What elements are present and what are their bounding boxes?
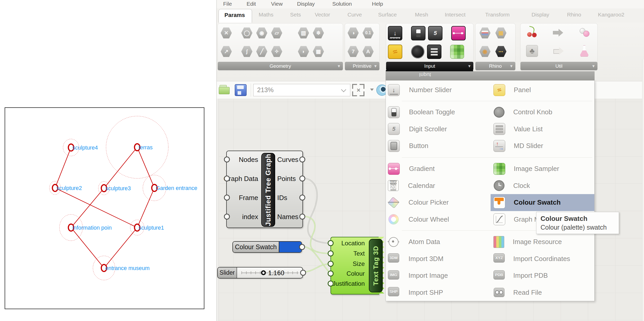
group-label-util[interactable]: Util▼: [520, 62, 597, 70]
tab-rhino[interactable]: Rhino: [567, 12, 581, 18]
menu-item-image-resource[interactable]: Image Resource: [491, 233, 594, 250]
tab-maths[interactable]: Maths: [259, 12, 273, 18]
menu-item-image-sampler[interactable]: Image Sampler: [491, 160, 594, 177]
circle-param-icon[interactable]: ◯: [241, 27, 253, 39]
tab-surface[interactable]: Surface: [378, 12, 397, 18]
panel-icon[interactable]: ≈: [388, 45, 402, 59]
value-list-icon[interactable]: [427, 45, 441, 59]
port-swatch-out[interactable]: [299, 244, 305, 250]
tab-display[interactable]: Display: [532, 12, 549, 18]
menu-item-md-slider[interactable]: ↑→ MD Slider: [491, 137, 594, 154]
geometry-generic-icon[interactable]: ✕: [220, 27, 232, 39]
menu-file[interactable]: File: [223, 1, 232, 7]
menu-edit[interactable]: Edit: [247, 1, 256, 7]
patch-param-icon[interactable]: ▦: [312, 46, 324, 57]
save-file-icon[interactable]: [235, 84, 247, 96]
port-ids[interactable]: [299, 195, 305, 201]
menu-display[interactable]: Display: [297, 1, 315, 7]
slider-component[interactable]: Slider 1.160: [217, 267, 303, 279]
boolean-toggle-icon[interactable]: [411, 26, 425, 40]
port-index[interactable]: [224, 214, 230, 220]
port-curves[interactable]: [299, 157, 305, 162]
port-names[interactable]: [299, 214, 305, 220]
spiral-icon[interactable]: ◉: [479, 46, 491, 57]
menu-item-gradient[interactable]: Gradient: [386, 160, 491, 177]
open-file-icon[interactable]: [219, 85, 230, 95]
port-frame[interactable]: [224, 195, 230, 201]
menu-solution[interactable]: Solution: [332, 1, 352, 7]
tab-kangaroo2[interactable]: Kangaroo2: [598, 12, 624, 18]
port-location[interactable]: [328, 240, 334, 246]
cake-icon[interactable]: [479, 27, 491, 39]
menu-item-import-image[interactable]: IMG Import Image: [386, 267, 491, 284]
menu-item-colour-wheel[interactable]: Colour Wheel: [386, 211, 491, 228]
menu-item-boolean-toggle[interactable]: Boolean Toggle: [386, 104, 491, 121]
group-label-input[interactable]: Input▼: [386, 62, 473, 70]
port-slider-out[interactable]: [300, 270, 306, 276]
display-panel-icon[interactable]: ▪▪▪: [495, 46, 507, 57]
integer-param-icon[interactable]: 7: [347, 46, 359, 57]
data-dam-icon[interactable]: [579, 27, 590, 38]
point-param-icon[interactable]: ✧: [271, 46, 283, 57]
slider-handle[interactable]: [261, 270, 266, 275]
text-param-icon[interactable]: A: [362, 46, 374, 57]
number-param-icon[interactable]: 0.1: [362, 27, 374, 39]
boolean-param-icon[interactable]: ◑: [347, 27, 359, 39]
curve-param-icon[interactable]: ◉: [256, 27, 268, 39]
relay-icon[interactable]: [553, 29, 564, 37]
mesh-param-icon[interactable]: ❄: [312, 27, 324, 39]
mesh-sphere-icon[interactable]: ▦: [495, 27, 507, 39]
menu-item-clock[interactable]: Clock: [491, 177, 594, 194]
menu-item-calendar[interactable]: AUG20 Calendar: [386, 177, 491, 194]
port-size[interactable]: [328, 261, 334, 267]
image-sampler-icon[interactable]: [450, 45, 464, 59]
tab-mesh[interactable]: Mesh: [415, 12, 428, 18]
menu-item-atom-data[interactable]: Atom Data: [386, 233, 491, 250]
menu-item-read-file[interactable]: Read File: [491, 284, 594, 301]
menu-item-digit-scroller[interactable]: 5 Digit Scroller: [386, 121, 491, 138]
justified-tree-graph-component[interactable]: Justified Tree Graph Nodes Graph Data Fr…: [226, 151, 303, 228]
tree-icon[interactable]: ♣: [526, 45, 538, 57]
menu-item-control-knob[interactable]: Control Knob: [491, 104, 594, 121]
menu-item-import-pdb[interactable]: PDB Import PDB: [491, 267, 594, 284]
zoom-extents-icon[interactable]: ✕: [352, 84, 364, 96]
digit-scroller-icon[interactable]: 5: [428, 26, 442, 40]
colour-swatch-component[interactable]: Colour Swatch: [232, 241, 302, 253]
tab-params[interactable]: Params: [219, 9, 252, 24]
tab-sets[interactable]: Sets: [290, 12, 301, 18]
relay-light-icon[interactable]: [553, 47, 564, 55]
plane-param-icon[interactable]: ▱: [271, 27, 283, 39]
arc-param-icon[interactable]: ʃ: [241, 46, 253, 57]
combobox-chevron-icon[interactable]: [341, 87, 346, 92]
port-points[interactable]: [299, 176, 305, 181]
menu-item-colour-swatch[interactable]: Colour Swatch: [491, 194, 594, 211]
menu-item-import-3dm[interactable]: 3DM Import 3DM: [386, 250, 491, 267]
tab-transform[interactable]: Transform: [485, 12, 510, 18]
flask-icon[interactable]: [580, 45, 589, 57]
menu-item-colour-picker[interactable]: Colour Picker: [386, 194, 491, 211]
port-text[interactable]: [328, 250, 334, 256]
gradient-icon[interactable]: [451, 26, 466, 40]
menu-view[interactable]: View: [271, 1, 283, 7]
group-label-geometry[interactable]: Geometry▼: [218, 62, 343, 70]
vector-param-icon[interactable]: ↗: [220, 46, 232, 57]
control-knob-icon[interactable]: [411, 45, 424, 58]
menu-item-value-list[interactable]: Value List: [491, 121, 594, 138]
menu-item-import-shp[interactable]: SHP Import SHP: [386, 284, 491, 301]
tab-curve[interactable]: Curve: [347, 12, 362, 18]
port-colour[interactable]: [328, 271, 334, 276]
port-justification[interactable]: [328, 281, 334, 287]
surface-param-icon[interactable]: ◗: [298, 46, 309, 57]
menu-item-panel[interactable]: ≈ Panel: [491, 82, 594, 99]
group-label-primitive[interactable]: Primitive▼: [345, 62, 379, 70]
tab-vector[interactable]: Vector: [315, 12, 330, 18]
group-label-rhino[interactable]: Rhino▼: [475, 62, 515, 70]
menu-item-import-coordinates[interactable]: XYZ Import Coordinates: [491, 250, 594, 267]
port-graph-data[interactable]: [224, 176, 230, 181]
colour-swatch-color[interactable]: [279, 242, 301, 252]
menu-help[interactable]: Help: [372, 1, 383, 7]
zoom-level-combobox[interactable]: 213%: [253, 84, 350, 96]
tab-intersect[interactable]: Intersect: [445, 12, 466, 18]
zoom-options-arrow-icon[interactable]: [370, 89, 374, 91]
line-param-icon[interactable]: ╱: [256, 46, 268, 57]
